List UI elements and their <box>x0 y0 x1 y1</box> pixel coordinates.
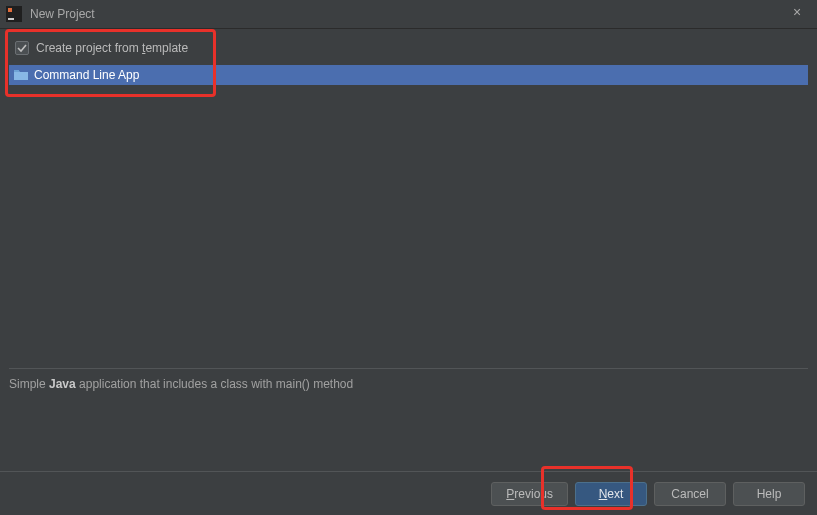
description-panel: Simple Java application that includes a … <box>9 368 808 468</box>
help-button[interactable]: Help <box>733 482 805 506</box>
close-icon[interactable]: × <box>783 4 811 24</box>
content-area: Create project from template Command Lin… <box>0 29 817 365</box>
dialog-title: New Project <box>30 7 783 21</box>
next-button[interactable]: Next <box>575 482 647 506</box>
svg-rect-2 <box>8 18 14 20</box>
svg-rect-3 <box>14 70 19 72</box>
svg-rect-1 <box>8 8 12 12</box>
button-bar: Previous Next Cancel Help <box>0 471 817 515</box>
previous-button[interactable]: Previous <box>491 482 568 506</box>
template-item-command-line-app[interactable]: Command Line App <box>9 65 808 85</box>
app-icon <box>6 6 22 22</box>
checkbox-label: Create project from template <box>36 41 188 55</box>
check-icon <box>15 41 29 55</box>
create-from-template-checkbox[interactable]: Create project from template <box>9 37 808 59</box>
titlebar: New Project × <box>0 0 817 29</box>
cancel-button[interactable]: Cancel <box>654 482 726 506</box>
template-list[interactable]: Command Line App <box>9 65 808 365</box>
template-item-label: Command Line App <box>34 68 139 82</box>
folder-icon <box>14 69 28 81</box>
